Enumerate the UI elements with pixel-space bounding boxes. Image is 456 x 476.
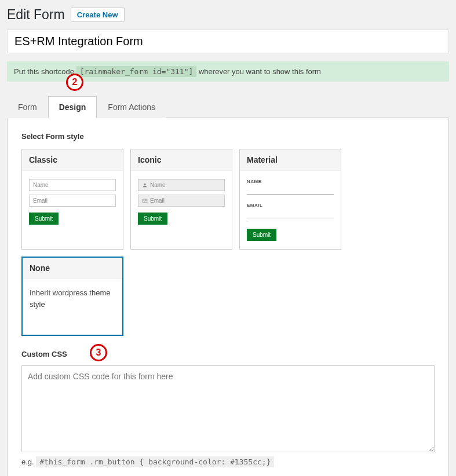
style-card-iconic[interactable]: Iconic Name Email Submit — [130, 149, 232, 250]
style-card-material[interactable]: Material NAME EMAIL Submit — [239, 149, 341, 250]
preview-submit-button: Submit — [29, 213, 59, 225]
style-card-title: Material — [240, 149, 341, 171]
svg-point-0 — [144, 183, 145, 185]
css-hint-prefix: e.g. — [21, 457, 36, 466]
tab-form[interactable]: Form — [7, 96, 48, 118]
shortcode-suffix: wherever you want to show this form — [199, 67, 321, 76]
shortcode-code: [rainmaker_form id="311"] — [76, 66, 197, 77]
style-section-label: Select Form style — [21, 132, 435, 141]
custom-css-label: Custom CSS — [21, 350, 67, 358]
css-hint: e.g. #this_form .rm_button { background-… — [21, 457, 435, 466]
style-card-title: Iconic — [131, 149, 232, 171]
none-description: Inherit wordpress theme style — [30, 287, 115, 310]
style-card-classic[interactable]: Classic Name Email Submit — [21, 149, 123, 250]
preview-name-input: Name — [138, 179, 225, 191]
annotation-2: 2 — [66, 74, 83, 91]
tab-bar: Form Design Form Actions — [7, 96, 449, 118]
user-icon — [142, 182, 148, 188]
custom-css-textarea[interactable] — [21, 365, 435, 452]
shortcode-prefix: Put this shortcode — [14, 67, 76, 76]
preview-email-label: EMAIL — [247, 203, 334, 208]
tab-actions[interactable]: Form Actions — [97, 96, 166, 118]
preview-submit-button: Submit — [138, 213, 167, 225]
annotation-3: 3 — [90, 344, 107, 361]
preview-underline — [247, 211, 334, 218]
form-title-input[interactable] — [7, 30, 449, 53]
tab-content-design: Select Form style Classic Name Email Sub… — [7, 118, 449, 476]
tab-design[interactable]: Design — [48, 96, 97, 118]
preview-underline — [247, 188, 334, 195]
mail-icon — [142, 198, 148, 204]
preview-email-input: Email — [29, 195, 116, 207]
preview-email-input: Email — [138, 195, 225, 207]
preview-name-input: Name — [29, 179, 116, 191]
create-new-button[interactable]: Create New — [71, 8, 125, 22]
preview-name-label: NAME — [247, 179, 334, 184]
style-card-title: Classic — [22, 149, 123, 171]
css-hint-code: #this_form .rm_button { background-color… — [36, 456, 274, 467]
page-title: Edit Form — [7, 7, 65, 23]
preview-submit-button: Submit — [247, 229, 276, 241]
style-card-title: None — [23, 258, 122, 279]
style-card-none[interactable]: None Inherit wordpress theme style — [21, 257, 123, 336]
